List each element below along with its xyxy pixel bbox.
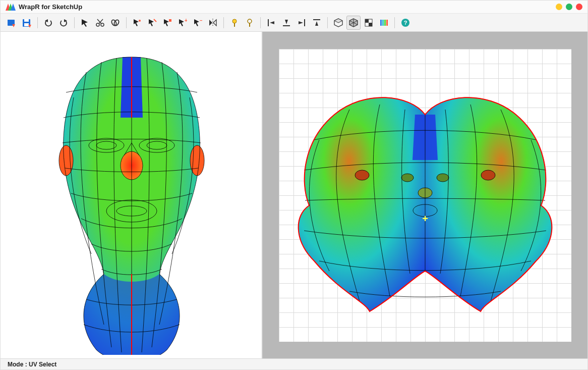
svg-rect-3 xyxy=(8,20,15,26)
svg-rect-55 xyxy=(384,20,386,26)
align-right-button[interactable] xyxy=(295,16,309,30)
viewport-3d[interactable] xyxy=(1,32,263,358)
align-left-button[interactable] xyxy=(264,16,278,30)
viewport-uv[interactable]: + xyxy=(263,32,587,358)
titlebar: WrapR for SketchUp xyxy=(1,1,587,14)
shrink-selection-button[interactable]: − xyxy=(191,16,205,30)
weld-seam-button[interactable] xyxy=(108,16,123,30)
svg-rect-51 xyxy=(365,19,369,23)
redo-button[interactable] xyxy=(56,16,71,30)
select-face-loop-button[interactable] xyxy=(160,16,174,30)
window-title: WrapR for SketchUp xyxy=(19,3,82,11)
svg-marker-43 xyxy=(315,21,318,26)
svg-marker-9 xyxy=(28,25,31,28)
svg-line-48 xyxy=(349,21,358,25)
svg-marker-39 xyxy=(285,20,288,24)
svg-rect-54 xyxy=(382,20,384,26)
svg-marker-29 xyxy=(209,20,212,26)
svg-marker-46 xyxy=(349,19,358,27)
svg-point-18 xyxy=(113,19,120,26)
svg-marker-41 xyxy=(299,21,303,24)
svg-point-57 xyxy=(401,19,409,27)
svg-marker-19 xyxy=(134,19,139,26)
svg-marker-21 xyxy=(149,19,154,26)
svg-marker-27 xyxy=(194,19,199,26)
svg-marker-25 xyxy=(179,19,184,26)
svg-point-17 xyxy=(111,19,117,26)
svg-rect-52 xyxy=(369,23,372,26)
svg-rect-56 xyxy=(386,20,388,26)
svg-line-49 xyxy=(349,21,358,25)
svg-rect-4 xyxy=(8,20,11,22)
app-logo-icon xyxy=(6,4,16,11)
svg-marker-30 xyxy=(213,20,216,26)
svg-rect-53 xyxy=(380,20,382,26)
svg-marker-11 xyxy=(64,19,67,22)
mode-label: Mode : UV Select xyxy=(8,361,56,368)
svg-line-22 xyxy=(154,19,156,22)
svg-point-32 xyxy=(232,19,237,23)
svg-rect-8 xyxy=(24,23,29,26)
svg-line-15 xyxy=(99,19,103,24)
svg-text:?: ? xyxy=(404,20,407,26)
shade-wire-button[interactable] xyxy=(346,16,361,30)
shade-stretch-button[interactable] xyxy=(377,16,391,30)
workspace: + xyxy=(1,32,587,358)
help-button[interactable]: ? xyxy=(398,16,413,30)
pin-button[interactable] xyxy=(227,16,242,30)
svg-marker-37 xyxy=(270,21,274,24)
svg-line-16 xyxy=(97,19,101,24)
unpin-button[interactable] xyxy=(243,16,257,30)
svg-rect-50 xyxy=(365,19,372,26)
open-button[interactable] xyxy=(5,16,19,30)
svg-marker-10 xyxy=(45,19,48,22)
minimize-button[interactable] xyxy=(556,4,562,10)
svg-point-13 xyxy=(96,23,99,26)
shade-solid-button[interactable] xyxy=(331,16,345,30)
svg-marker-44 xyxy=(334,19,342,27)
cut-seam-button[interactable] xyxy=(93,16,107,30)
select-element-button[interactable] xyxy=(130,16,144,30)
grow-selection-button[interactable]: + xyxy=(175,16,190,30)
svg-point-20 xyxy=(139,20,141,22)
svg-marker-5 xyxy=(12,24,15,27)
toolbar: + − ? xyxy=(1,14,587,32)
maximize-button[interactable] xyxy=(566,4,572,10)
svg-point-14 xyxy=(101,23,104,26)
undo-button[interactable] xyxy=(41,16,55,30)
save-button[interactable] xyxy=(20,16,34,30)
shade-checker-button[interactable] xyxy=(362,16,376,30)
svg-marker-45 xyxy=(334,19,342,23)
uv-canvas[interactable]: + xyxy=(279,49,571,342)
window-controls xyxy=(556,4,582,10)
svg-point-34 xyxy=(248,19,252,23)
align-top-button[interactable] xyxy=(310,16,324,30)
statusbar: Mode : UV Select xyxy=(1,358,587,369)
select-edge-loop-button[interactable] xyxy=(145,16,159,30)
svg-rect-24 xyxy=(169,19,171,22)
svg-rect-7 xyxy=(24,19,29,22)
select-tool-button[interactable] xyxy=(78,16,92,30)
close-button[interactable] xyxy=(576,4,582,10)
mirror-button[interactable] xyxy=(206,16,220,30)
svg-marker-12 xyxy=(82,19,88,27)
align-bottom-button[interactable] xyxy=(279,16,293,30)
svg-rect-6 xyxy=(23,19,30,27)
svg-marker-23 xyxy=(164,19,169,26)
svg-text:+: + xyxy=(185,18,187,23)
svg-text:−: − xyxy=(200,18,202,23)
